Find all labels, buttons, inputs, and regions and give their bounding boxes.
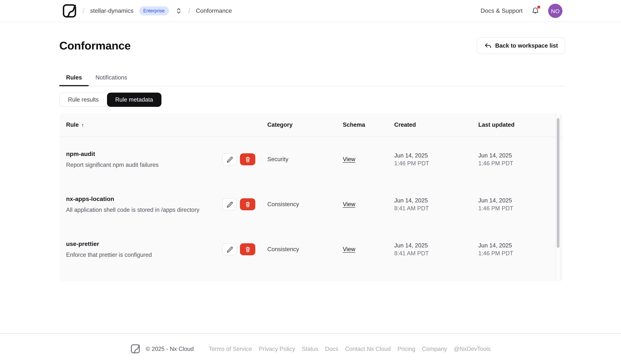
footer-link-twitter[interactable]: @NxDevTools xyxy=(454,346,491,352)
category-value: Consistency xyxy=(267,201,343,208)
breadcrumb-separator: / xyxy=(83,7,85,15)
schema-view-link[interactable]: View xyxy=(343,201,355,207)
workspace-name[interactable]: stellar-dynamics xyxy=(90,7,134,14)
category-value: Consistency xyxy=(267,246,343,253)
edit-rule-button[interactable] xyxy=(222,243,237,255)
header-actions: Docs & Support NO xyxy=(481,4,562,18)
trash-icon xyxy=(244,201,251,208)
avatar-initials: NO xyxy=(551,8,560,14)
segmented-control: Rule results Rule metadata xyxy=(59,93,565,107)
table-row: nx-apps-location All application shell c… xyxy=(59,182,563,227)
rules-table: Rule ↑ Category Schema Created Last upda… xyxy=(59,113,563,281)
schema-view-link[interactable]: View xyxy=(343,156,355,162)
segment-rule-metadata[interactable]: Rule metadata xyxy=(107,93,161,107)
trash-icon xyxy=(244,156,251,163)
breadcrumb-page[interactable]: Conformance xyxy=(196,7,232,14)
scrollbar-thumb[interactable] xyxy=(557,118,559,248)
page-title: Conformance xyxy=(59,39,131,52)
created-date: Jun 14, 2025 xyxy=(394,151,478,159)
notification-bell-button[interactable] xyxy=(531,6,540,15)
footer-link-company[interactable]: Company xyxy=(422,346,447,352)
undo-arrow-icon xyxy=(484,42,491,49)
enterprise-badge: Enterprise xyxy=(139,6,169,16)
rule-description: Enforce that prettier is configured xyxy=(66,251,222,259)
app-window: / stellar-dynamics Enterprise / Conforma… xyxy=(0,0,621,364)
column-header-rule[interactable]: Rule ↑ xyxy=(59,122,222,128)
delete-rule-button[interactable] xyxy=(240,243,255,255)
footer-link-terms[interactable]: Terms of Service xyxy=(209,346,252,352)
tab-notifications[interactable]: Notifications xyxy=(89,74,134,86)
footer: © 2025 - Nx Cloud Terms of Service Priva… xyxy=(0,333,621,364)
category-value: Security xyxy=(267,156,343,163)
workspace-switcher-icon[interactable] xyxy=(174,7,183,15)
back-to-workspace-button[interactable]: Back to workspace list xyxy=(477,37,565,54)
table-header-row: Rule ↑ Category Schema Created Last upda… xyxy=(59,113,563,137)
column-header-last-updated[interactable]: Last updated xyxy=(478,122,563,128)
footer-link-privacy[interactable]: Privacy Policy xyxy=(259,346,295,352)
footer-nx-logo-icon xyxy=(130,344,140,354)
footer-link-docs[interactable]: Docs xyxy=(325,346,339,352)
created-date: Jun 14, 2025 xyxy=(394,241,478,249)
footer-link-pricing[interactable]: Pricing xyxy=(397,346,415,352)
docs-support-link[interactable]: Docs & Support xyxy=(481,7,523,14)
back-button-label: Back to workspace list xyxy=(495,42,558,49)
rule-name: use-prettier xyxy=(66,240,222,248)
footer-link-status[interactable]: Status xyxy=(302,346,318,352)
breadcrumb: / stellar-dynamics Enterprise / Conforma… xyxy=(62,3,232,18)
pencil-icon xyxy=(226,246,233,253)
table-row: npm-audit Report significant npm audit f… xyxy=(59,137,563,182)
sort-up-arrow: ↑ xyxy=(81,122,84,128)
updated-date: Jun 14, 2025 xyxy=(478,241,563,249)
footer-link-contact[interactable]: Contact Nx Cloud xyxy=(345,346,391,352)
schema-view-link[interactable]: View xyxy=(343,246,355,252)
column-header-schema[interactable]: Schema xyxy=(343,122,394,128)
delete-rule-button[interactable] xyxy=(240,153,255,165)
table-row: use-prettier Enforce that prettier is co… xyxy=(59,227,563,272)
main-content: Conformance Back to workspace list Rules… xyxy=(0,37,621,281)
updated-date: Jun 14, 2025 xyxy=(478,196,563,204)
created-time: 8:41 AM PDT xyxy=(394,249,478,257)
breadcrumb-separator: / xyxy=(188,7,190,15)
delete-rule-button[interactable] xyxy=(240,198,255,210)
created-date: Jun 14, 2025 xyxy=(394,196,478,204)
edit-rule-button[interactable] xyxy=(222,153,237,165)
pencil-icon xyxy=(226,201,233,208)
column-header-category[interactable]: Category xyxy=(267,122,343,128)
trash-icon xyxy=(244,246,251,253)
updated-time: 1:46 PM PDT xyxy=(478,249,563,257)
created-time: 1:46 PM PDT xyxy=(394,159,478,167)
nx-logo-icon[interactable] xyxy=(62,3,77,18)
tab-bar: Rules Notifications xyxy=(59,74,565,86)
rule-name: nx-apps-location xyxy=(66,195,222,203)
edit-rule-button[interactable] xyxy=(222,198,237,210)
header-bar: / stellar-dynamics Enterprise / Conforma… xyxy=(0,0,621,22)
column-header-created[interactable]: Created xyxy=(394,122,478,128)
rule-description: Report significant npm audit failures xyxy=(66,161,222,169)
pencil-icon xyxy=(226,156,233,163)
created-time: 8:41 AM PDT xyxy=(394,204,478,212)
segment-rule-results[interactable]: Rule results xyxy=(59,93,107,107)
table-scrollbar xyxy=(556,113,561,281)
rule-description: All application shell code is stored in … xyxy=(66,206,222,214)
rule-name: npm-audit xyxy=(66,150,222,158)
updated-time: 1:46 PM PDT xyxy=(478,204,563,212)
footer-copyright: © 2025 - Nx Cloud xyxy=(146,346,193,352)
updated-date: Jun 14, 2025 xyxy=(478,151,563,159)
user-avatar[interactable]: NO xyxy=(548,4,562,18)
tab-rules[interactable]: Rules xyxy=(59,74,89,86)
notification-dot xyxy=(537,6,540,9)
updated-time: 1:46 PM PDT xyxy=(478,159,563,167)
